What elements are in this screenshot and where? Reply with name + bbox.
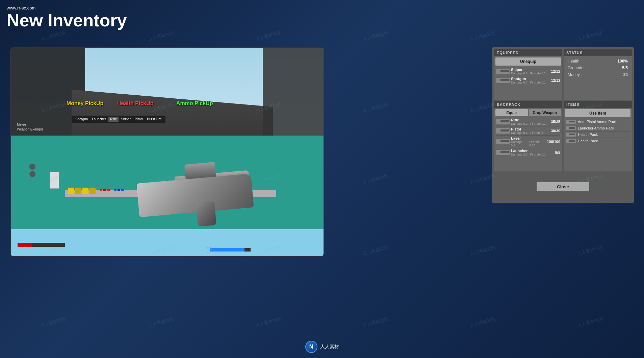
backpack-weapon-name-3: Launcher: [511, 149, 554, 153]
backpack-weapon-icon-2: [496, 139, 510, 144]
backpack-weapon-info-1: Pistol Damage 0.1 Firerate 1: [511, 127, 549, 135]
equipped-weapon-icon-0: [496, 69, 510, 74]
money-value: 24: [623, 72, 628, 77]
health-pickup-label: Health PickUp: [117, 100, 154, 106]
backpack-weapon-ammo-2: 100/100: [547, 140, 560, 144]
logo-text: 人人素材: [320, 344, 339, 350]
backpack-weapon-info-3: Launcher Damage 2.0 Firerate 0.1: [511, 149, 554, 156]
item-name-2: Health Pack: [578, 133, 598, 137]
items-section: ITEMS Use Item Auto-Pistol Ammo Pack Lau…: [564, 101, 632, 172]
status-money-row: Money : 24: [568, 72, 628, 77]
backpack-weapon-stats-0: Damage 0.2 Firerate 0.1: [511, 122, 549, 125]
backpack-weapon-name-1: Pistol: [511, 127, 549, 131]
ammo-pickup-label: Ammo PickUp: [176, 100, 213, 106]
ammo-bar-container: [210, 248, 251, 252]
equipped-header: EQUIPPED: [494, 49, 562, 56]
backpack-weapon-3: Launcher Damage 2.0 Firerate 0.1 5/5: [494, 148, 562, 157]
equipped-weapon-stats-1: Damage 0.2 Firerate 0.1: [511, 81, 549, 84]
health-value: 100%: [617, 59, 628, 64]
status-health-row: Health : 100%: [568, 59, 628, 64]
weapon-bar-launcher: Launcher: [90, 117, 108, 122]
bottom-logo: N 人人素材: [305, 341, 339, 353]
grenades-value: 5/5: [622, 66, 628, 70]
money-label: Money :: [568, 72, 582, 77]
page-title: New Inventory: [7, 10, 127, 30]
weapon-bar-pistol: Pistol: [133, 117, 145, 122]
weapon-bar-burst: Burst Fire: [145, 117, 163, 122]
gun-main-body: [136, 173, 254, 217]
item-icon-0: [566, 120, 576, 124]
backpack-weapon-1: Pistol Damage 0.1 Firerate 1 30/30: [494, 126, 562, 135]
site-url: www.rr-sc.com: [7, 5, 35, 10]
backpack-weapon-0: Rifle Damage 0.2 Firerate 0.1 35/35: [494, 117, 562, 126]
equipped-weapon-name-0: Sniper: [511, 68, 549, 72]
player-gun: [118, 138, 259, 233]
circles-decoration: [29, 164, 35, 178]
item-icon-2: [566, 133, 576, 137]
game-viewport: Money PickUp Health PickUp Ammo PickUp S…: [10, 47, 324, 257]
hud-ammo-count-1: 5/5: [207, 247, 212, 251]
health-label: Health :: [568, 59, 582, 64]
equipped-weapon-0: Sniper Damage 0.8 Firerate 0.2 12/12: [494, 67, 562, 76]
status-grenades-row: Grenades : 5/5: [568, 66, 628, 70]
game-scene: Money PickUp Health PickUp Ammo PickUp S…: [11, 48, 324, 256]
wall-text: MeleeWeapon Example: [17, 122, 44, 132]
item-2: Health Pack: [564, 132, 632, 138]
status-content: Health : 100% Grenades : 5/5 Money : 24: [564, 56, 632, 82]
logo-icon: N: [305, 341, 317, 353]
backpack-weapon-stats-2: Damage 0.1 Firerate 0.15: [511, 140, 545, 147]
drop-weapon-button[interactable]: Drop Weapon: [529, 109, 561, 116]
weapon-bar-shotgun: Shotgun: [74, 117, 89, 122]
backpack-weapon-name-0: Rifle: [511, 118, 549, 122]
equipped-section: EQUIPPED Unequip Sniper Damage 0.8 Firer…: [494, 49, 562, 100]
inventory-panel: EQUIPPED Unequip Sniper Damage 0.8 Firer…: [492, 47, 634, 203]
hud-ammo-count-2: 1/1: [207, 251, 212, 255]
item-3: Health Pack: [564, 138, 632, 144]
white-object: [50, 172, 59, 189]
close-button[interactable]: Close: [537, 182, 589, 191]
pickup-row: [68, 188, 124, 194]
gun-handle: [196, 201, 216, 227]
status-section: STATUS Health : 100% Grenades : 5/5 Mone…: [564, 49, 632, 100]
items-header: ITEMS: [564, 101, 632, 108]
backpack-weapon-icon-0: [496, 119, 510, 124]
grenades-label: Grenades :: [568, 66, 588, 70]
status-header: STATUS: [564, 49, 632, 56]
item-icon-1: [566, 126, 576, 130]
use-item-button[interactable]: Use Item: [565, 109, 630, 117]
backpack-weapon-name-2: Laser: [511, 136, 545, 140]
backpack-header: BACKPACK: [494, 101, 562, 108]
equipped-weapon-stats-0: Damage 0.8 Firerate 0.2: [511, 72, 549, 75]
item-name-0: Auto-Pistol Ammo Pack: [578, 120, 617, 124]
health-bar-container: [18, 243, 65, 247]
equipped-weapon-ammo-0: 12/12: [551, 69, 560, 73]
backpack-weapon-stats-3: Damage 2.0 Firerate 0.1: [511, 153, 554, 156]
backpack-buttons: Equip Drop Weapon: [495, 109, 561, 116]
equipped-weapon-icon-1: [496, 78, 510, 83]
backpack-weapon-2: Laser Damage 0.1 Firerate 0.15 100/100: [494, 136, 562, 148]
backpack-weapon-ammo-3: 5/5: [555, 150, 560, 154]
backpack-weapon-ammo-1: 30/30: [551, 129, 560, 133]
weapon-bar-sniper: Sniper: [119, 117, 132, 122]
health-bar-fill: [18, 243, 32, 247]
backpack-weapon-icon-3: [496, 150, 510, 155]
equipped-weapon-ammo-1: 12/12: [551, 78, 560, 82]
item-name-3: Health Pack: [578, 139, 598, 143]
backpack-weapon-ammo-0: 35/35: [551, 120, 560, 124]
equip-button[interactable]: Equip: [495, 109, 528, 116]
backpack-weapon-stats-1: Damage 0.1 Firerate 1: [511, 131, 549, 135]
item-1: Launcher Ammo Pack: [564, 125, 632, 131]
backpack-weapon-icon-1: [496, 128, 510, 134]
backpack-section: BACKPACK Equip Drop Weapon Rifle Damage …: [494, 101, 562, 172]
equipped-weapon-1: Shotgun Damage 0.2 Firerate 0.1 12/12: [494, 76, 562, 85]
unequip-button[interactable]: Unequip: [495, 57, 561, 66]
close-button-row: Close: [494, 173, 632, 201]
weapon-bar-rifle: Rifle: [108, 117, 119, 122]
money-pickup-label: Money PickUp: [67, 100, 103, 106]
item-name-1: Launcher Ammo Pack: [578, 126, 614, 130]
backpack-weapon-info-2: Laser Damage 0.1 Firerate 0.15: [511, 136, 545, 147]
equipped-weapon-info-1: Shotgun Damage 0.2 Firerate 0.1: [511, 77, 549, 84]
equipped-weapon-name-1: Shotgun: [511, 77, 549, 81]
equipped-weapon-info-0: Sniper Damage 0.8 Firerate 0.2: [511, 68, 549, 75]
item-0: Auto-Pistol Ammo Pack: [564, 119, 632, 125]
